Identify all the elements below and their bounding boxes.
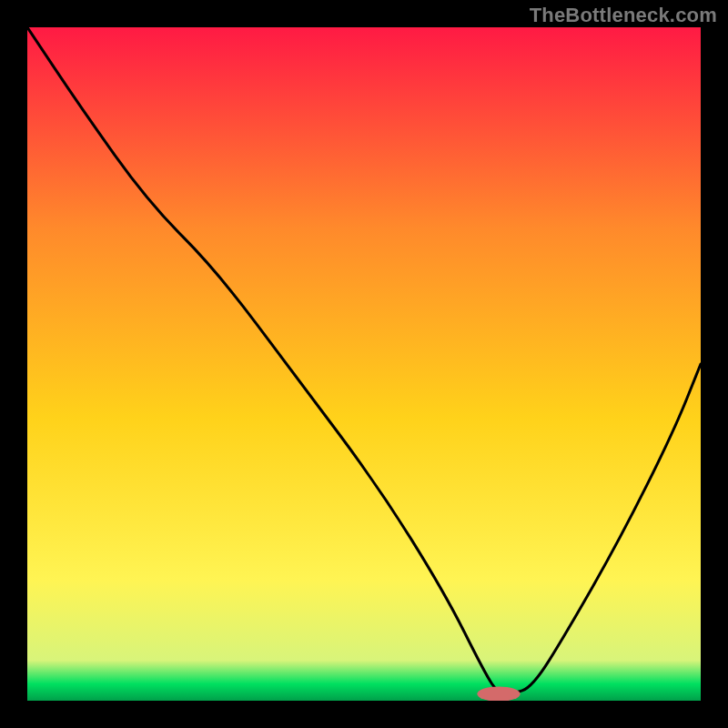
optimal-marker	[477, 686, 520, 701]
watermark-label: TheBottleneck.com	[530, 4, 717, 27]
bottleneck-plot	[0, 0, 728, 728]
plot-background	[27, 27, 701, 701]
plot-frame-bottom	[0, 701, 728, 728]
plot-frame-right	[701, 0, 728, 728]
plot-frame-left	[0, 0, 27, 728]
chart-stage: TheBottleneck.com	[0, 0, 728, 728]
